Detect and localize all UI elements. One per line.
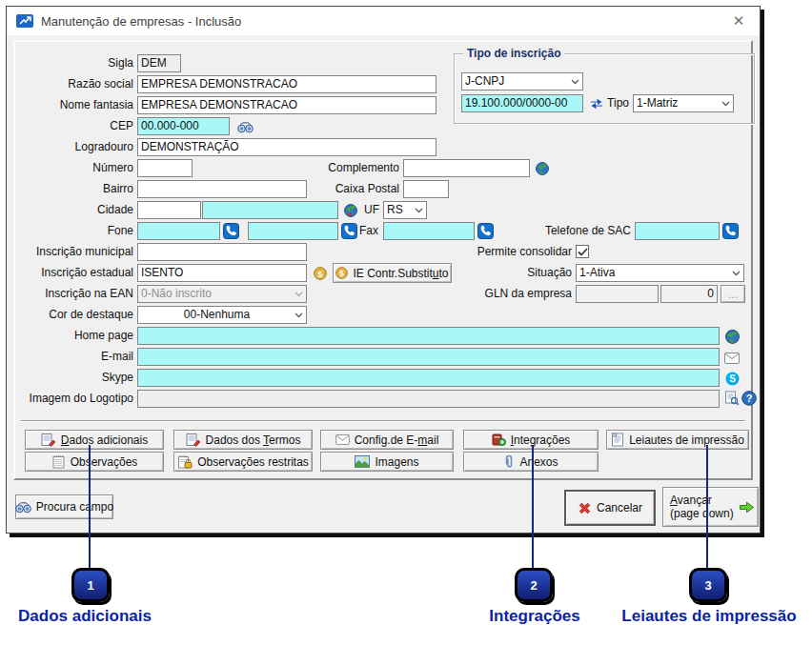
skype-field[interactable] <box>137 369 720 387</box>
bairro-field[interactable] <box>137 180 307 198</box>
image-icon <box>355 455 370 468</box>
procura-campo-button[interactable]: Procura campo <box>15 494 113 519</box>
dados-dos-termos-button[interactable]: Dados dos Termos <box>173 430 313 450</box>
tipo-documento-select[interactable]: J-CNPJ <box>461 72 583 91</box>
integracoes-button[interactable]: Integrações <box>463 430 599 450</box>
gln-field-1[interactable] <box>576 285 659 303</box>
callout-label-integracoes: Integrações <box>489 607 579 626</box>
avancar-button[interactable]: Avançar (page down) <box>662 487 759 527</box>
skype-label: Skype <box>17 369 133 387</box>
dialog-window: Manutenção de empresas - Inclusão ✕ Sigl… <box>6 6 761 534</box>
green-arrow-icon <box>739 500 755 514</box>
notepad-lock-icon <box>177 454 193 469</box>
notepad-pen-icon <box>186 433 201 447</box>
inscricao-estadual-field[interactable]: ISENTO <box>137 264 307 282</box>
complemento-label: Complemento <box>285 159 399 177</box>
check-icon <box>578 248 588 256</box>
anexos-button[interactable]: Anexos <box>463 452 599 472</box>
chevron-down-icon <box>294 312 303 318</box>
permite-consolidar-checkbox[interactable] <box>576 245 589 258</box>
chevron-down-icon <box>415 208 423 213</box>
cancelar-button[interactable]: Cancelar <box>564 490 656 526</box>
tipo-matriz-select[interactable]: 1-Matriz <box>633 94 734 112</box>
connector-line-3 <box>706 445 708 569</box>
callout-label-dados-adicionais: Dados adicionais <box>18 607 152 626</box>
logradouro-label: Logradouro <box>17 138 133 156</box>
situacao-label: Situação <box>456 264 572 282</box>
window-title: Manutenção de empresas - Inclusão <box>41 14 241 29</box>
skype-icon[interactable]: S <box>723 370 741 387</box>
logradouro-field[interactable]: DEMONSTRAÇÃO <box>137 138 436 156</box>
cep-field[interactable]: 00.000-000 <box>137 117 230 135</box>
help-icon[interactable]: ? <box>741 390 758 407</box>
email-field[interactable] <box>137 348 720 366</box>
globe-icon[interactable] <box>534 160 551 177</box>
cidade-codigo-field[interactable] <box>137 201 201 219</box>
connector-line-1 <box>89 445 91 569</box>
logotipo-field[interactable] <box>137 390 720 408</box>
binoculars-icon[interactable] <box>236 118 254 135</box>
callout-label-leiautes: Leiautes de impressão <box>621 607 796 626</box>
inscricao-municipal-label: Inscrição municipal <box>17 243 133 261</box>
cor-destaque-select[interactable]: 00-Nenhuma <box>137 306 307 324</box>
fone2-field[interactable] <box>248 222 338 240</box>
coin-icon[interactable]: $ <box>312 265 329 282</box>
observacoes-restritas-button[interactable]: Observações restritas <box>173 452 313 472</box>
numero-field[interactable] <box>137 159 193 177</box>
close-icon[interactable]: ✕ <box>718 7 760 35</box>
uf-select[interactable]: RS <box>383 201 427 219</box>
phone-icon[interactable] <box>477 222 494 239</box>
cnpj-field[interactable]: 19.100.000/0000-00 <box>461 94 583 112</box>
tipo-inscricao-legend: Tipo de inscrição <box>463 47 564 60</box>
chevron-down-icon <box>732 271 741 276</box>
ie-contr-substituto-button[interactable]: $ IE Contr.Substituto <box>333 263 452 283</box>
observacoes-button[interactable]: Observações <box>25 452 164 472</box>
config-email-button[interactable]: Config.de E-mail <box>320 430 454 450</box>
complemento-field[interactable] <box>403 159 530 177</box>
chevron-down-icon <box>571 79 579 85</box>
cor-destaque-label: Cor de destaque <box>17 306 133 324</box>
caixa-postal-field[interactable] <box>403 180 449 198</box>
chevron-down-icon <box>294 292 303 297</box>
fax-label: Fax <box>354 222 378 240</box>
notepad-icon <box>51 454 66 469</box>
tipo-label: Tipo <box>599 94 629 112</box>
globe-icon[interactable] <box>723 328 741 345</box>
phone-icon[interactable] <box>721 222 739 239</box>
binoculars-icon <box>15 501 31 514</box>
inscricao-municipal-field[interactable] <box>137 243 307 261</box>
gln-browse-button[interactable]: ... <box>721 285 745 303</box>
inscricao-ean-select[interactable]: 0-Não inscrito <box>137 285 307 303</box>
gln-empresa-label: GLN da empresa <box>456 285 572 303</box>
cep-label: CEP <box>17 117 133 135</box>
phone-icon[interactable] <box>222 222 239 239</box>
notepad-pen-icon <box>41 433 56 447</box>
sigla-field[interactable]: DEM <box>137 54 181 72</box>
envelope-icon[interactable] <box>723 350 741 367</box>
dados-adicionais-button[interactable]: Dados adicionais <box>25 430 164 450</box>
svg-text:$: $ <box>317 270 322 279</box>
svg-text:?: ? <box>746 393 753 404</box>
situacao-select[interactable]: 1-Ativa <box>576 264 744 282</box>
leiautes-impressao-button[interactable]: Leiautes de impressão <box>606 430 749 450</box>
fax-field[interactable] <box>383 222 475 240</box>
nome-fantasia-field[interactable]: EMPRESA DEMONSTRACAO <box>137 96 436 114</box>
inscricao-estadual-label: Inscrição estadual <box>17 264 133 282</box>
imagens-button[interactable]: Imagens <box>320 452 454 472</box>
svg-text:$: $ <box>340 269 345 278</box>
gln-field-2[interactable]: 0 <box>660 285 718 303</box>
telefone-sac-field[interactable] <box>635 222 720 240</box>
document-preview-icon[interactable] <box>723 390 741 407</box>
coin-icon: $ <box>335 267 348 279</box>
svg-text:S: S <box>729 373 736 384</box>
chevron-down-icon <box>721 101 730 107</box>
paperclip-icon <box>503 454 515 469</box>
fone1-field[interactable] <box>137 222 220 240</box>
razao-social-field[interactable]: EMPRESA DEMONSTRACAO <box>137 75 436 93</box>
home-page-field[interactable] <box>137 327 720 345</box>
cidade-nome-field[interactable] <box>202 201 338 219</box>
numero-label: Número <box>17 159 133 177</box>
bairro-label: Bairro <box>17 180 133 198</box>
callout-badge-1: 1 <box>71 568 110 602</box>
inscricao-ean-label: Inscrição na EAN <box>17 285 133 303</box>
